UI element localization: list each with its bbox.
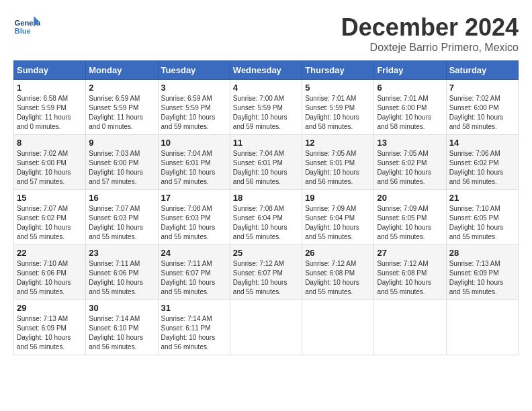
calendar-cell: 10 Sunrise: 7:04 AM Sunset: 6:01 PM Dayl… — [158, 135, 230, 190]
day-number: 4 — [233, 83, 299, 93]
col-sunday: Sunday — [14, 61, 86, 80]
day-info: Sunrise: 6:59 AM Sunset: 5:59 PM Dayligh… — [89, 94, 154, 132]
calendar-cell: 30 Sunrise: 7:14 AM Sunset: 6:10 PM Dayl… — [86, 300, 158, 355]
day-info: Sunrise: 7:10 AM Sunset: 6:05 PM Dayligh… — [449, 204, 515, 242]
day-info: Sunrise: 7:01 AM Sunset: 6:00 PM Dayligh… — [377, 94, 443, 132]
day-info: Sunrise: 7:07 AM Sunset: 6:03 PM Dayligh… — [89, 204, 154, 242]
calendar-cell — [374, 300, 446, 355]
day-info: Sunrise: 7:12 AM Sunset: 6:08 PM Dayligh… — [377, 259, 443, 297]
calendar-cell — [302, 300, 374, 355]
svg-text:Blue: Blue — [15, 27, 31, 35]
calendar-cell: 21 Sunrise: 7:10 AM Sunset: 6:05 PM Dayl… — [446, 190, 518, 245]
day-info: Sunrise: 7:11 AM Sunset: 6:07 PM Dayligh… — [161, 259, 227, 297]
day-number: 13 — [377, 138, 443, 148]
calendar-cell: 15 Sunrise: 7:07 AM Sunset: 6:02 PM Dayl… — [14, 190, 86, 245]
calendar-cell: 12 Sunrise: 7:05 AM Sunset: 6:01 PM Dayl… — [302, 135, 374, 190]
day-info: Sunrise: 7:03 AM Sunset: 6:00 PM Dayligh… — [89, 149, 154, 187]
day-number: 31 — [161, 303, 227, 313]
calendar-week-row: 1 Sunrise: 6:58 AM Sunset: 5:59 PM Dayli… — [14, 80, 519, 135]
day-info: Sunrise: 7:09 AM Sunset: 6:05 PM Dayligh… — [377, 204, 443, 242]
calendar-cell: 23 Sunrise: 7:11 AM Sunset: 6:06 PM Dayl… — [86, 245, 158, 300]
day-number: 11 — [233, 138, 299, 148]
col-thursday: Thursday — [302, 61, 374, 80]
col-tuesday: Tuesday — [158, 61, 230, 80]
day-info: Sunrise: 7:14 AM Sunset: 6:11 PM Dayligh… — [161, 314, 227, 352]
day-info: Sunrise: 7:06 AM Sunset: 6:02 PM Dayligh… — [449, 149, 515, 187]
day-number: 5 — [305, 83, 371, 93]
calendar-cell: 9 Sunrise: 7:03 AM Sunset: 6:00 PM Dayli… — [86, 135, 158, 190]
calendar-cell: 1 Sunrise: 6:58 AM Sunset: 5:59 PM Dayli… — [14, 80, 86, 135]
day-number: 14 — [449, 138, 515, 148]
location-subtitle: Doxteje Barrio Primero, Mexico — [341, 42, 519, 54]
calendar-cell: 31 Sunrise: 7:14 AM Sunset: 6:11 PM Dayl… — [158, 300, 230, 355]
col-saturday: Saturday — [446, 61, 518, 80]
day-info: Sunrise: 7:05 AM Sunset: 6:01 PM Dayligh… — [305, 149, 371, 187]
day-number: 1 — [17, 83, 83, 93]
day-number: 8 — [17, 138, 83, 148]
header-row: Sunday Monday Tuesday Wednesday Thursday… — [14, 61, 519, 80]
day-info: Sunrise: 7:13 AM Sunset: 6:09 PM Dayligh… — [449, 259, 515, 297]
day-info: Sunrise: 7:05 AM Sunset: 6:02 PM Dayligh… — [377, 149, 443, 187]
day-number: 7 — [449, 83, 515, 93]
day-number: 15 — [17, 193, 83, 203]
day-number: 2 — [89, 83, 154, 93]
calendar-cell: 6 Sunrise: 7:01 AM Sunset: 6:00 PM Dayli… — [374, 80, 446, 135]
col-friday: Friday — [374, 61, 446, 80]
day-info: Sunrise: 7:02 AM Sunset: 6:00 PM Dayligh… — [449, 94, 515, 132]
calendar-cell: 4 Sunrise: 7:00 AM Sunset: 5:59 PM Dayli… — [230, 80, 302, 135]
day-number: 21 — [449, 193, 515, 203]
day-number: 16 — [89, 193, 154, 203]
calendar-cell: 24 Sunrise: 7:11 AM Sunset: 6:07 PM Dayl… — [158, 245, 230, 300]
day-info: Sunrise: 7:04 AM Sunset: 6:01 PM Dayligh… — [233, 149, 299, 187]
day-number: 29 — [17, 303, 83, 313]
day-number: 27 — [377, 248, 443, 258]
day-number: 26 — [305, 248, 371, 258]
day-number: 20 — [377, 193, 443, 203]
col-monday: Monday — [86, 61, 158, 80]
day-info: Sunrise: 7:00 AM Sunset: 5:59 PM Dayligh… — [233, 94, 299, 132]
day-info: Sunrise: 6:58 AM Sunset: 5:59 PM Dayligh… — [17, 94, 83, 132]
logo: General Blue — [13, 13, 44, 40]
calendar-week-row: 22 Sunrise: 7:10 AM Sunset: 6:06 PM Dayl… — [14, 245, 519, 300]
day-number: 10 — [161, 138, 227, 148]
calendar-cell: 27 Sunrise: 7:12 AM Sunset: 6:08 PM Dayl… — [374, 245, 446, 300]
calendar-week-row: 29 Sunrise: 7:13 AM Sunset: 6:09 PM Dayl… — [14, 300, 519, 355]
day-number: 22 — [17, 248, 83, 258]
day-info: Sunrise: 7:01 AM Sunset: 5:59 PM Dayligh… — [305, 94, 371, 132]
col-wednesday: Wednesday — [230, 61, 302, 80]
day-number: 30 — [89, 303, 154, 313]
page-header: General Blue December 2024 Doxteje Barri… — [13, 13, 519, 54]
day-number: 28 — [449, 248, 515, 258]
calendar-cell: 2 Sunrise: 6:59 AM Sunset: 5:59 PM Dayli… — [86, 80, 158, 135]
day-number: 17 — [161, 193, 227, 203]
calendar-cell: 16 Sunrise: 7:07 AM Sunset: 6:03 PM Dayl… — [86, 190, 158, 245]
calendar-cell: 3 Sunrise: 6:59 AM Sunset: 5:59 PM Dayli… — [158, 80, 230, 135]
calendar-cell: 8 Sunrise: 7:02 AM Sunset: 6:00 PM Dayli… — [14, 135, 86, 190]
day-number: 23 — [89, 248, 154, 258]
day-info: Sunrise: 7:08 AM Sunset: 6:04 PM Dayligh… — [233, 204, 299, 242]
calendar-week-row: 15 Sunrise: 7:07 AM Sunset: 6:02 PM Dayl… — [14, 190, 519, 245]
day-number: 24 — [161, 248, 227, 258]
day-number: 25 — [233, 248, 299, 258]
day-info: Sunrise: 6:59 AM Sunset: 5:59 PM Dayligh… — [161, 94, 227, 132]
calendar-cell: 22 Sunrise: 7:10 AM Sunset: 6:06 PM Dayl… — [14, 245, 86, 300]
calendar-cell: 5 Sunrise: 7:01 AM Sunset: 5:59 PM Dayli… — [302, 80, 374, 135]
calendar-cell — [446, 300, 518, 355]
calendar-cell — [230, 300, 302, 355]
calendar-table: Sunday Monday Tuesday Wednesday Thursday… — [13, 60, 519, 355]
calendar-week-row: 8 Sunrise: 7:02 AM Sunset: 6:00 PM Dayli… — [14, 135, 519, 190]
day-number: 3 — [161, 83, 227, 93]
day-info: Sunrise: 7:11 AM Sunset: 6:06 PM Dayligh… — [89, 259, 154, 297]
day-info: Sunrise: 7:14 AM Sunset: 6:10 PM Dayligh… — [89, 314, 154, 352]
day-info: Sunrise: 7:12 AM Sunset: 6:07 PM Dayligh… — [233, 259, 299, 297]
title-block: December 2024 Doxteje Barrio Primero, Me… — [341, 13, 519, 54]
calendar-cell: 11 Sunrise: 7:04 AM Sunset: 6:01 PM Dayl… — [230, 135, 302, 190]
day-number: 9 — [89, 138, 154, 148]
day-info: Sunrise: 7:07 AM Sunset: 6:02 PM Dayligh… — [17, 204, 83, 242]
calendar-cell: 18 Sunrise: 7:08 AM Sunset: 6:04 PM Dayl… — [230, 190, 302, 245]
calendar-cell: 14 Sunrise: 7:06 AM Sunset: 6:02 PM Dayl… — [446, 135, 518, 190]
day-info: Sunrise: 7:12 AM Sunset: 6:08 PM Dayligh… — [305, 259, 371, 297]
day-info: Sunrise: 7:09 AM Sunset: 6:04 PM Dayligh… — [305, 204, 371, 242]
day-number: 18 — [233, 193, 299, 203]
calendar-cell: 13 Sunrise: 7:05 AM Sunset: 6:02 PM Dayl… — [374, 135, 446, 190]
